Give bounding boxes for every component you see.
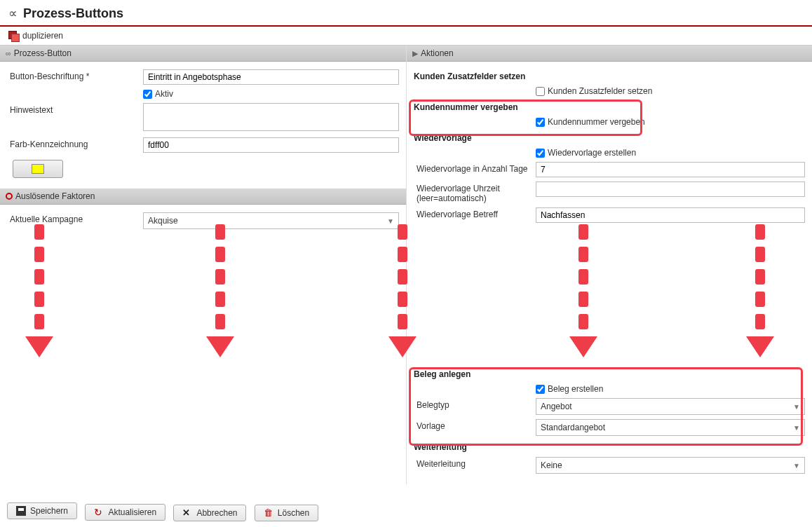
refresh-icon xyxy=(94,507,104,517)
group-followup-title: Wiedervorlage xyxy=(414,129,808,146)
followup-subject-label: Wiedervorlage Betreff xyxy=(414,205,533,225)
color-preview-button[interactable] xyxy=(13,160,63,178)
followup-time-input[interactable] xyxy=(536,182,805,197)
panel-triggers-head: Auslösende Faktoren xyxy=(0,189,406,205)
group-customer-number-title: Kundennummer vergeben xyxy=(414,98,808,115)
hint-textarea[interactable] xyxy=(143,103,399,131)
customer-number-checkbox-label: Kundennummer vergeben xyxy=(548,117,645,127)
delete-button[interactable]: Löschen xyxy=(255,505,318,521)
target-icon xyxy=(6,193,13,200)
panel-process-button-head: ∞ Prozess-Button xyxy=(0,46,406,62)
campaign-value: Akquise xyxy=(148,216,178,226)
document-template-select[interactable]: Standardangebot ▼ xyxy=(536,419,805,436)
panel-actions-head: ▶ Aktionen xyxy=(407,46,812,62)
document-template-value: Standardangebot xyxy=(541,423,605,432)
document-create-label: Beleg erstellen xyxy=(548,384,603,394)
save-button[interactable]: Speichern xyxy=(7,502,77,519)
delete-button-label: Löschen xyxy=(278,508,309,518)
active-checkbox[interactable] xyxy=(143,90,152,99)
customer-fields-checkbox-label: Kunden Zusatzfelder setzen xyxy=(548,86,652,96)
cancel-button-label: Abbrechen xyxy=(196,508,237,518)
panel-actions-title: Aktionen xyxy=(421,48,454,58)
campaign-select[interactable]: Akquise ▼ xyxy=(143,212,399,229)
followup-subject-input[interactable] xyxy=(536,207,805,223)
hint-label: Hinweistext xyxy=(7,101,140,135)
save-button-label: Speichern xyxy=(30,506,68,516)
followup-time-label: Wiedervorlage Uhrzeit (leer=automatisch) xyxy=(414,179,533,205)
group-customer-fields-title: Kunden Zusatzfelder setzen xyxy=(414,67,808,84)
document-template-label: Vorlage xyxy=(414,417,533,438)
redirect-select[interactable]: Keine ▼ xyxy=(536,457,805,474)
chevron-down-icon: ▼ xyxy=(793,462,800,470)
followup-create-checkbox[interactable] xyxy=(536,149,545,158)
panel-process-button-title: Prozess-Button xyxy=(14,48,72,58)
redirect-label: Weiterleitung xyxy=(414,455,533,476)
panel-triggers-title: Auslösende Faktoren xyxy=(15,191,95,201)
footer: Speichern Aktualisieren Abbrechen Lösche… xyxy=(0,498,812,527)
followup-days-label: Wiedervorlage in Anzahl Tage xyxy=(414,160,533,179)
customer-number-checkbox[interactable] xyxy=(536,118,545,127)
document-type-label: Belegtyp xyxy=(414,396,533,417)
header-divider xyxy=(0,25,812,27)
refresh-button[interactable]: Aktualisieren xyxy=(85,504,165,521)
cancel-icon xyxy=(182,508,192,518)
refresh-button-label: Aktualisieren xyxy=(108,507,156,517)
delete-icon xyxy=(264,508,273,518)
document-create-checkbox[interactable] xyxy=(536,385,545,394)
active-checkbox-label: Aktiv xyxy=(155,89,173,99)
tape-icon: ∝ xyxy=(8,6,18,21)
color-label: Farb-Kennzeichnung xyxy=(7,135,140,155)
followup-days-input[interactable] xyxy=(536,162,805,177)
button-label-input[interactable] xyxy=(143,69,399,85)
page-title: Prozess-Buttons xyxy=(23,6,123,21)
chevron-down-icon: ▼ xyxy=(793,403,800,411)
document-type-select[interactable]: Angebot ▼ xyxy=(536,398,805,415)
duplicate-link[interactable]: duplizieren xyxy=(22,31,63,41)
duplicate-icon xyxy=(8,31,18,41)
button-label-field-label: Button-Beschriftung * xyxy=(7,67,140,87)
chevron-down-icon: ▼ xyxy=(793,424,800,432)
save-icon xyxy=(16,506,26,516)
group-document-title: Beleg anlegen xyxy=(414,365,808,382)
document-type-value: Angebot xyxy=(541,402,572,411)
play-icon: ▶ xyxy=(412,49,418,58)
group-redirect-title: Weiterleitung xyxy=(414,438,808,455)
campaign-label: Aktuelle Kampagne xyxy=(7,210,140,231)
followup-create-label: Wiedervorlage erstellen xyxy=(548,148,636,158)
link-icon: ∞ xyxy=(6,49,11,57)
toolbar: duplizieren xyxy=(0,28,812,46)
cancel-button[interactable]: Abbrechen xyxy=(173,505,246,521)
color-swatch xyxy=(32,164,44,174)
customer-fields-checkbox[interactable] xyxy=(536,87,545,96)
color-input[interactable] xyxy=(143,137,399,153)
page-header: ∝ Prozess-Buttons xyxy=(0,0,812,25)
chevron-down-icon: ▼ xyxy=(387,217,394,225)
redirect-value: Keine xyxy=(541,460,562,470)
